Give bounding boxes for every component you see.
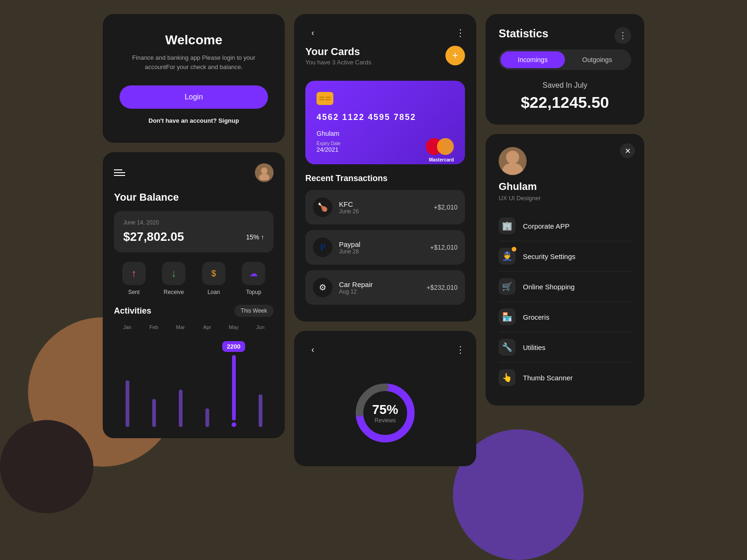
car-repair-icon: ⚙ (313, 278, 332, 297)
topup-icon: ☁ (242, 262, 265, 285)
card-chip (317, 92, 333, 105)
svg-point-6 (502, 163, 523, 175)
receive-icon: ↓ (162, 262, 185, 285)
add-card-button[interactable]: + (445, 46, 465, 65)
card-name: Ghulam (317, 130, 454, 137)
topup-button[interactable]: ☁ Topup (242, 262, 265, 295)
paypal-icon: 𝐏 (313, 238, 332, 257)
review-back-button[interactable]: ‹ (305, 342, 320, 357)
balance-date: June 14, 2020 (123, 219, 264, 226)
action-buttons: ↑ Sent ↓ Receive $ Loan ☁ Topup (114, 262, 274, 295)
activities-title: Activities (114, 306, 151, 316)
corporate-app-label: Corporate APP (523, 222, 570, 230)
profile-avatar (499, 147, 527, 175)
utilities-icon: 🔧 (499, 339, 515, 356)
transaction-kfc[interactable]: 🍗 KFC June 26 +$2,010 (305, 190, 465, 224)
loan-button[interactable]: $ Loan (202, 262, 226, 295)
security-settings-icon: 👮 (499, 248, 515, 265)
credit-card: 4562 1122 4595 7852 Ghulam Expiry Date 2… (305, 81, 465, 164)
cards-title: Your Cards (305, 46, 371, 58)
mastercard-logo: Mastercard (426, 138, 454, 155)
transaction-car-repair[interactable]: ⚙ Car Repair Aug 12 +$232,010 (305, 270, 465, 305)
receive-button[interactable]: ↓ Receive (162, 262, 185, 295)
back-button[interactable]: ‹ (305, 25, 320, 40)
statistics-tabs: Incomings Outgoings (499, 49, 631, 70)
statistics-title: Statistics (499, 27, 631, 40)
menu-utilities[interactable]: 🔧 Utilities (499, 332, 631, 363)
welcome-title: Welcome (120, 33, 268, 48)
welcome-panel: Welcome Finance and banking app Please l… (103, 14, 285, 143)
review-chart: 75% Reviews (305, 371, 465, 455)
svg-point-5 (506, 151, 519, 164)
sent-button[interactable]: ↑ Sent (122, 262, 146, 295)
svg-point-1 (259, 174, 269, 180)
balance-amount: $27,802.05 (123, 230, 184, 244)
signup-prompt: Don't have an account? Signup (120, 117, 268, 124)
balance-panel: Your Balance June 14, 2020 $27,802.05 15… (103, 152, 285, 438)
groceris-label: Groceris (523, 313, 550, 321)
hamburger-menu[interactable] (114, 169, 125, 176)
menu-security-settings[interactable]: 👮 Security Settings (499, 241, 631, 272)
corporate-app-icon: 🏢 (499, 217, 515, 234)
transaction-paypal[interactable]: 𝐏 Paypal June 28 +$12,010 (305, 230, 465, 265)
loan-icon: $ (202, 262, 226, 285)
sent-icon: ↑ (122, 262, 146, 285)
security-settings-label: Security Settings (523, 252, 576, 260)
card-brand: Mastercard (429, 157, 454, 162)
balance-change: 15% ↑ (246, 233, 264, 241)
card-number: 4562 1122 4595 7852 (317, 112, 454, 122)
svg-point-0 (261, 168, 268, 174)
close-button[interactable]: ✕ (620, 143, 635, 158)
statistics-amount: $22,1245.50 (499, 93, 631, 112)
menu-groceris[interactable]: 🏪 Groceris (499, 302, 631, 332)
review-label: Reviews (372, 417, 398, 424)
profile-panel: ✕ Ghulam UX UI Designer 🏢 Corporate APP … (486, 134, 644, 406)
groceris-icon: 🏪 (499, 308, 515, 325)
arrow-up-icon: ↑ (261, 233, 264, 241)
more-options-button[interactable]: ⋮ (456, 27, 465, 38)
kfc-icon: 🍗 (313, 197, 332, 217)
stats-more-button[interactable]: ⋮ (614, 27, 631, 44)
profile-role: UX UI Designer (499, 195, 631, 202)
balance-header (114, 163, 274, 182)
balance-card: June 14, 2020 $27,802.05 15% ↑ (114, 211, 274, 252)
online-shopping-icon: 🛒 (499, 278, 515, 295)
utilities-label: Utilities (523, 343, 545, 351)
tab-outgoings[interactable]: Outgoings (565, 51, 629, 68)
review-percentage: 75% (372, 402, 398, 417)
transactions-title: Recent Transactions (305, 174, 465, 183)
cards-subtitle: You have 3 Active Cards (305, 59, 371, 66)
welcome-subtitle: Finance and banking app Please login to … (120, 53, 268, 71)
online-shopping-label: Online Shopping (523, 283, 575, 291)
profile-name: Ghulam (499, 181, 631, 193)
login-button[interactable]: Login (120, 85, 268, 109)
menu-corporate-app[interactable]: 🏢 Corporate APP (499, 211, 631, 241)
thumb-scanner-icon: 👆 (499, 369, 515, 386)
security-badge (512, 247, 516, 252)
tab-incomings[interactable]: Incomings (500, 51, 565, 68)
review-panel: ‹ ⋮ 75% Reviews (294, 331, 476, 466)
thumb-scanner-label: Thumb Scanner (523, 374, 573, 382)
saved-label: Saved In July (499, 81, 631, 90)
chart-months: Jan Feb Mar Apr May Jun (114, 324, 274, 330)
this-week-badge: This Week (234, 305, 274, 317)
chart-tooltip: 2200 (222, 341, 245, 352)
review-more-button[interactable]: ⋮ (456, 344, 465, 355)
cards-panel: ‹ ⋮ Your Cards You have 3 Active Cards + (294, 14, 476, 322)
menu-thumb-scanner[interactable]: 👆 Thumb Scanner (499, 363, 631, 392)
menu-online-shopping[interactable]: 🛒 Online Shopping (499, 272, 631, 302)
activity-chart: 2200 (114, 334, 274, 427)
avatar[interactable] (255, 163, 274, 182)
signup-link[interactable]: Signup (218, 117, 239, 124)
statistics-panel: ⋮ Statistics Incomings Outgoings Saved I… (486, 14, 644, 125)
balance-title: Your Balance (114, 191, 274, 203)
